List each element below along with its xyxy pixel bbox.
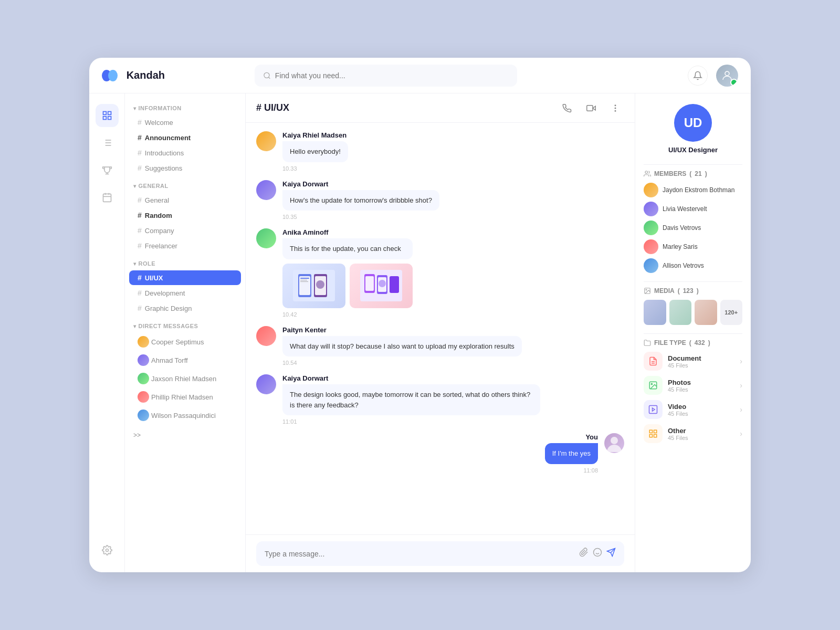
phone-call-button[interactable] xyxy=(558,99,576,117)
dm-wilson[interactable]: Wilson Passaquindici xyxy=(129,406,241,424)
nav-trophy[interactable] xyxy=(96,159,119,182)
emoji-button[interactable] xyxy=(593,548,602,560)
attach-button[interactable] xyxy=(579,548,589,560)
app-name: Kandah xyxy=(127,69,165,81)
chevron-icon: ▾ xyxy=(133,106,136,111)
grid-icon xyxy=(102,110,112,121)
section-information: ▾ INFORMATION # Welcome # Announcment # … xyxy=(125,102,245,175)
channel-general[interactable]: # General xyxy=(129,193,241,207)
section-header-information[interactable]: ▾ INFORMATION xyxy=(125,102,245,114)
search-input[interactable] xyxy=(275,71,509,80)
nav-settings[interactable] xyxy=(96,539,119,562)
bell-icon xyxy=(693,71,702,80)
message-group-own: You If I'm the yes 11:08 xyxy=(256,433,624,474)
message-group: Kaiya Rhiel Madsen Hello everybody! 10.3… xyxy=(256,131,624,172)
svg-rect-54 xyxy=(649,430,652,433)
user-avatar[interactable] xyxy=(716,65,738,87)
channel-sidebar: ▾ INFORMATION # Welcome # Announcment # … xyxy=(125,93,246,572)
channel-introductions[interactable]: # Introductions xyxy=(129,145,241,160)
dm-phillip[interactable]: Phillip Rhiel Madsen xyxy=(129,388,241,406)
member-avatar xyxy=(644,183,658,197)
svg-rect-13 xyxy=(103,194,111,202)
svg-point-45 xyxy=(645,171,648,174)
svg-rect-55 xyxy=(654,430,657,433)
logo-dot-right xyxy=(108,70,118,81)
channel-uiux[interactable]: # UI/UX xyxy=(129,270,241,285)
svg-line-1 xyxy=(268,77,270,78)
channel-suggestions[interactable]: # Suggestions xyxy=(129,161,241,175)
channel-welcome[interactable]: # Welcome xyxy=(129,115,241,130)
svg-rect-26 xyxy=(300,278,309,279)
sender-name: Kaiya Dorwart xyxy=(282,374,540,382)
channel-graphic-design[interactable]: # Graphic Design xyxy=(129,301,241,316)
notification-button[interactable] xyxy=(688,66,708,86)
image-thumb-1[interactable] xyxy=(282,264,345,308)
member-item: Davis Vetrovs xyxy=(644,220,742,235)
svg-point-31 xyxy=(316,280,324,289)
file-type-other[interactable]: Other 45 Files › xyxy=(644,424,742,443)
file-info: Video 45 Files xyxy=(668,403,734,417)
file-type-photos[interactable]: Photos 45 Files › xyxy=(644,376,742,395)
dm-ahmad[interactable]: Ahmad Torff xyxy=(129,351,241,369)
sender-name: Paityn Kenter xyxy=(282,326,522,334)
svg-rect-57 xyxy=(654,435,657,437)
chat-area: # UI/UX xyxy=(246,93,635,572)
message-input[interactable] xyxy=(265,550,574,558)
video-call-button[interactable] xyxy=(582,99,600,117)
right-panel: UD UI/UX Designer MEMBERS (21) Jaydon Ek… xyxy=(635,93,751,572)
file-count: 45 Files xyxy=(668,435,734,441)
file-type-video[interactable]: Video 45 Files › xyxy=(644,400,742,419)
video-icon xyxy=(586,103,596,113)
message-content: Anika Aminoff This is for the update, yo… xyxy=(282,228,413,318)
media-thumb[interactable] xyxy=(644,300,666,325)
chat-actions xyxy=(558,99,624,117)
media-thumb[interactable] xyxy=(695,300,717,325)
section-header-role[interactable]: ▾ ROLE xyxy=(125,257,245,270)
media-section: MEDIA (123) 120+ xyxy=(644,287,742,325)
channel-development[interactable]: # Development xyxy=(129,286,241,300)
member-item: Livia Westervelt xyxy=(644,202,742,216)
nav-calendar[interactable] xyxy=(96,186,119,209)
svg-point-17 xyxy=(106,549,108,552)
send-button[interactable] xyxy=(606,548,616,560)
dm-cooper[interactable]: Cooper Septimus xyxy=(129,333,241,351)
message-bubble: If I'm the yes xyxy=(545,443,598,464)
section-header-general[interactable]: ▾ GENERAL xyxy=(125,180,245,192)
more-options-button[interactable] xyxy=(606,99,624,117)
trophy-icon xyxy=(102,165,112,175)
message-time: 10.42 xyxy=(282,311,413,318)
dm-jaxson[interactable]: Jaxson Rhiel Madsen xyxy=(129,370,241,387)
chevron-right-icon: › xyxy=(740,429,742,438)
file-type-document[interactable]: Document 45 Files › xyxy=(644,352,742,371)
dm-avatar xyxy=(138,373,149,384)
svg-point-22 xyxy=(615,110,616,111)
chat-input-box xyxy=(256,541,624,566)
sender-name: Anika Aminoff xyxy=(282,228,413,236)
search-bar[interactable] xyxy=(255,65,517,87)
nav-grid[interactable] xyxy=(96,104,119,127)
main-layout: ▾ INFORMATION # Welcome # Announcment # … xyxy=(89,93,751,572)
svg-rect-52 xyxy=(649,406,657,414)
channel-random[interactable]: # Random xyxy=(129,208,241,223)
more-button[interactable]: >> xyxy=(125,428,245,442)
media-more-button[interactable]: 120+ xyxy=(720,300,743,325)
app-container: Kandah xyxy=(89,58,751,572)
dm-avatar xyxy=(138,336,149,348)
image-thumb-2[interactable] xyxy=(350,264,413,308)
member-name: Davis Vetrovs xyxy=(663,224,701,232)
file-info: Photos 45 Files xyxy=(668,379,734,393)
file-type-name: Document xyxy=(668,354,734,362)
file-count: 45 Files xyxy=(668,362,734,369)
channel-company[interactable]: # Company xyxy=(129,223,241,238)
channel-announcement[interactable]: # Announcment xyxy=(129,130,241,145)
chat-input-area xyxy=(246,534,635,572)
header: Kandah xyxy=(89,58,751,93)
svg-marker-53 xyxy=(653,408,655,411)
media-thumb[interactable] xyxy=(669,300,692,325)
section-header-dm[interactable]: ▾ DIRECT MESSAGES xyxy=(125,320,245,332)
member-avatar xyxy=(644,220,658,235)
nav-list[interactable] xyxy=(96,131,119,154)
channel-freelancer[interactable]: # Freelancer xyxy=(129,238,241,253)
chat-title: # UI/UX xyxy=(256,102,552,113)
file-type-name: Video xyxy=(668,403,734,411)
